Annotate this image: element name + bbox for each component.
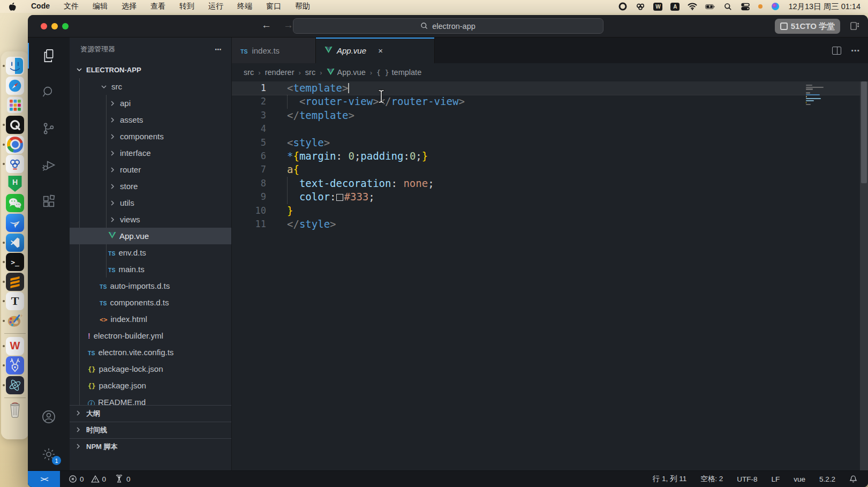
- dock-item-dingtalk[interactable]: [1, 213, 29, 233]
- tree-item-assets[interactable]: assets: [70, 111, 231, 128]
- activity-accounts[interactable]: [28, 399, 70, 435]
- tree-item-auto-imports.d.ts[interactable]: TSauto-imports.d.ts: [70, 278, 231, 294]
- sidebar-section-NPM 脚本[interactable]: NPM 脚本: [70, 438, 231, 455]
- siri-icon[interactable]: [771, 2, 780, 11]
- tree-item-components[interactable]: components: [70, 128, 231, 145]
- titlebar[interactable]: ← → electron-app 51CTO 学堂: [28, 15, 868, 38]
- bell-icon[interactable]: [849, 475, 857, 483]
- dock-item-wps[interactable]: W: [1, 336, 29, 356]
- remote-indicator[interactable]: ><: [28, 471, 60, 487]
- color-swatch[interactable]: [336, 194, 343, 201]
- editor-more-actions[interactable]: ⋯: [851, 46, 861, 56]
- tree-item-electron.vite.config.ts[interactable]: TSelectron.vite.config.ts: [70, 344, 231, 361]
- battery-icon[interactable]: [705, 2, 715, 11]
- menu-item-8[interactable]: 窗口: [266, 2, 281, 11]
- explorer-more-actions[interactable]: ⋯: [215, 46, 223, 54]
- sidebar-section-大纲[interactable]: 大纲: [70, 405, 231, 422]
- tab-App.vue[interactable]: App.vue×: [316, 38, 435, 63]
- menu-item-5[interactable]: 转到: [179, 2, 194, 11]
- breadcrumb-item-App.vue[interactable]: App.vue: [327, 68, 366, 77]
- code-line-8[interactable]: 8 text-decoration: none;: [232, 177, 868, 190]
- status-item-5[interactable]: 5.2.2: [819, 475, 835, 483]
- tree-item-main.ts[interactable]: TSmain.ts: [70, 261, 231, 278]
- tree-item-store[interactable]: store: [70, 178, 231, 194]
- dock-item-electron[interactable]: [1, 376, 29, 395]
- control-center-icon[interactable]: [741, 2, 750, 11]
- problems-status[interactable]: 0 0: [69, 475, 106, 483]
- code-line-1[interactable]: 1<template>: [232, 81, 868, 95]
- record-icon[interactable]: [618, 2, 628, 11]
- code-line-7[interactable]: 7a{: [232, 163, 868, 176]
- menu-item-2[interactable]: 编辑: [93, 2, 108, 11]
- code-line-6[interactable]: 6*{margin: 0;padding:0;}: [232, 149, 868, 163]
- rings-icon[interactable]: [636, 2, 645, 11]
- menu-item-3[interactable]: 选择: [122, 2, 137, 11]
- code-line-2[interactable]: 2 <router-view></router-view>: [232, 95, 868, 108]
- menu-item-4[interactable]: 查看: [150, 2, 165, 11]
- tree-item-package-lock.json[interactable]: {}package-lock.json: [70, 361, 231, 377]
- dock-item-safari[interactable]: [1, 76, 29, 96]
- tree-item-env.d.ts[interactable]: TSenv.d.ts: [70, 244, 231, 261]
- dock-item-launchpad[interactable]: [1, 95, 29, 115]
- tree-item-src[interactable]: src: [70, 78, 231, 95]
- ports-status[interactable]: 0: [115, 475, 131, 483]
- dock-item-quicktime[interactable]: [1, 115, 29, 135]
- code-line-4[interactable]: 4: [232, 122, 868, 136]
- tree-item-components.d.ts[interactable]: TScomponents.d.ts: [70, 294, 231, 311]
- code-line-11[interactable]: 11</style>: [232, 218, 868, 231]
- dock-item-typora[interactable]: T: [1, 291, 29, 311]
- dock-item-palette[interactable]: [1, 311, 29, 331]
- sidebar-section-时间线[interactable]: 时间线: [70, 422, 231, 438]
- tree-item-router[interactable]: router: [70, 161, 231, 178]
- spotlight-icon[interactable]: [723, 2, 733, 11]
- dock-item-vscode[interactable]: [1, 233, 29, 252]
- code-line-5[interactable]: 5<style>: [232, 136, 868, 149]
- menu-item-9[interactable]: 帮助: [295, 2, 310, 11]
- tree-item-views[interactable]: views: [70, 211, 231, 228]
- tree-item-interface[interactable]: interface: [70, 145, 231, 161]
- menu-item-7[interactable]: 终端: [237, 2, 252, 11]
- menubar-clock[interactable]: 12月13日 周三 01:14: [788, 2, 861, 12]
- project-root-row[interactable]: ELECTRON-APP: [70, 61, 231, 78]
- menu-item-1[interactable]: 文件: [64, 2, 79, 11]
- dock-item-hbuilder[interactable]: H: [1, 174, 29, 194]
- dock-item-terminal[interactable]: >_: [1, 252, 29, 272]
- tree-item-package.json[interactable]: {}package.json: [70, 377, 231, 394]
- activity-run-debug[interactable]: [28, 147, 70, 183]
- status-item-1[interactable]: 空格: 2: [700, 474, 723, 484]
- editor-scrollbar[interactable]: [860, 81, 868, 470]
- code-line-9[interactable]: 9 color:#333;: [232, 190, 868, 204]
- dock-item-deer[interactable]: [1, 356, 29, 376]
- tree-item-index.html[interactable]: <>index.html: [70, 311, 231, 327]
- activity-extensions[interactable]: [28, 183, 70, 220]
- activity-explorer[interactable]: [28, 38, 70, 74]
- tab-index.ts[interactable]: TSindex.ts: [232, 38, 316, 63]
- apple-logo-icon[interactable]: [7, 2, 17, 11]
- nav-forward-button[interactable]: →: [283, 19, 293, 31]
- tree-item-electron-builder.yml[interactable]: !electron-builder.yml: [70, 327, 231, 344]
- status-item-0[interactable]: 行 1, 列 11: [653, 474, 687, 484]
- input-source-icon[interactable]: A: [670, 3, 680, 11]
- activity-settings[interactable]: 1: [28, 438, 70, 470]
- dock-item-trash[interactable]: [1, 400, 29, 420]
- split-editor-icon[interactable]: [832, 47, 841, 55]
- command-center-search[interactable]: electron-app: [293, 18, 603, 34]
- code-editor[interactable]: 1<template>2 <router-view></router-view>…: [232, 81, 868, 470]
- breadcrumb-item-src[interactable]: src: [305, 68, 315, 77]
- tree-item-utils[interactable]: utils: [70, 194, 231, 211]
- breadcrumb-item-renderer[interactable]: renderer: [265, 68, 295, 77]
- dock-item-chrome[interactable]: [1, 134, 29, 154]
- code-line-3[interactable]: 3</template>: [232, 109, 868, 122]
- nav-back-button[interactable]: ←: [261, 19, 271, 31]
- menu-item-6[interactable]: 运行: [208, 2, 223, 11]
- menu-item-app[interactable]: Code: [31, 2, 50, 11]
- dock-item-finder[interactable]: [1, 56, 29, 76]
- activity-source-control[interactable]: [28, 110, 70, 147]
- traffic-lights[interactable]: [41, 23, 69, 29]
- wps-menubar-icon[interactable]: W: [653, 3, 662, 11]
- zoom-window-button[interactable]: [62, 23, 69, 29]
- breadcrumb-item-src[interactable]: src: [244, 68, 254, 77]
- breadcrumb-item-template[interactable]: { }template: [376, 68, 421, 77]
- wifi-icon[interactable]: [688, 2, 697, 11]
- dock-item-rings[interactable]: [1, 154, 29, 174]
